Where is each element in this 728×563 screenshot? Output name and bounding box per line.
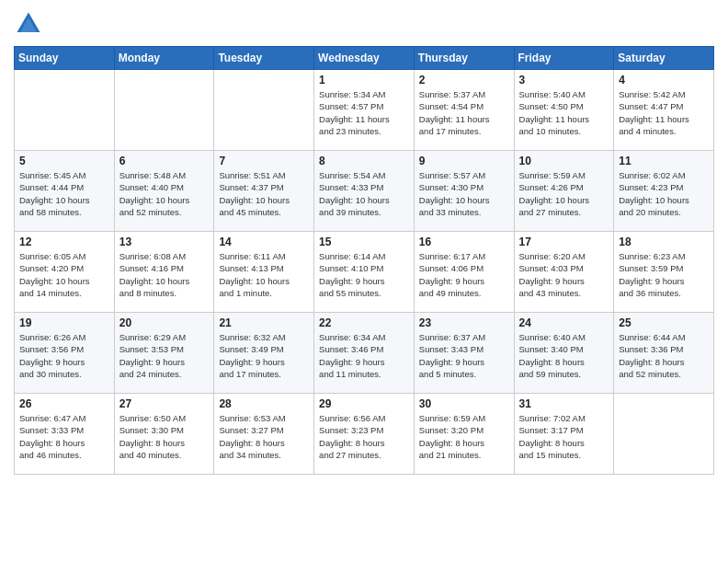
day-number: 23: [419, 316, 509, 329]
calendar-cell: 23Sunrise: 6:37 AM Sunset: 3:43 PM Dayli…: [414, 313, 514, 394]
day-info: Sunrise: 5:48 AM Sunset: 4:40 PM Dayligh…: [119, 169, 210, 218]
day-info: Sunrise: 7:02 AM Sunset: 3:17 PM Dayligh…: [519, 412, 609, 461]
calendar-cell: 1Sunrise: 5:34 AM Sunset: 4:57 PM Daylig…: [314, 70, 415, 151]
day-number: 27: [119, 397, 210, 410]
page: SundayMondayTuesdayWednesdayThursdayFrid…: [0, 0, 728, 563]
day-info: Sunrise: 5:59 AM Sunset: 4:26 PM Dayligh…: [519, 169, 609, 218]
day-number: 12: [19, 236, 109, 248]
day-info: Sunrise: 6:11 AM Sunset: 4:13 PM Dayligh…: [219, 250, 309, 299]
day-info: Sunrise: 5:57 AM Sunset: 4:30 PM Dayligh…: [419, 169, 509, 218]
day-number: 2: [419, 74, 509, 86]
day-info: Sunrise: 6:02 AM Sunset: 4:23 PM Dayligh…: [619, 169, 709, 218]
calendar-cell: 12Sunrise: 6:05 AM Sunset: 4:20 PM Dayli…: [15, 232, 115, 313]
day-number: 17: [519, 236, 609, 248]
calendar-cell: 31Sunrise: 7:02 AM Sunset: 3:17 PM Dayli…: [514, 394, 614, 475]
calendar-cell: 20Sunrise: 6:29 AM Sunset: 3:53 PM Dayli…: [114, 313, 214, 394]
logo: [14, 9, 47, 39]
calendar-cell: 24Sunrise: 6:40 AM Sunset: 3:40 PM Dayli…: [514, 313, 614, 394]
day-number: 3: [519, 74, 609, 86]
day-info: Sunrise: 6:56 AM Sunset: 3:23 PM Dayligh…: [319, 412, 409, 461]
day-info: Sunrise: 5:37 AM Sunset: 4:54 PM Dayligh…: [419, 88, 509, 137]
calendar-cell: 28Sunrise: 6:53 AM Sunset: 3:27 PM Dayli…: [214, 394, 314, 475]
day-info: Sunrise: 6:47 AM Sunset: 3:33 PM Dayligh…: [19, 412, 109, 461]
day-info: Sunrise: 6:50 AM Sunset: 3:30 PM Dayligh…: [119, 412, 210, 461]
day-number: 10: [519, 155, 609, 167]
calendar-week-row: 5Sunrise: 5:45 AM Sunset: 4:44 PM Daylig…: [15, 151, 714, 232]
day-number: 13: [119, 236, 210, 248]
day-info: Sunrise: 5:45 AM Sunset: 4:44 PM Dayligh…: [19, 169, 109, 218]
weekday-header-row: SundayMondayTuesdayWednesdayThursdayFrid…: [15, 47, 714, 70]
calendar-cell: 6Sunrise: 5:48 AM Sunset: 4:40 PM Daylig…: [114, 151, 214, 232]
day-info: Sunrise: 5:40 AM Sunset: 4:50 PM Dayligh…: [519, 88, 609, 137]
calendar-cell: 18Sunrise: 6:23 AM Sunset: 3:59 PM Dayli…: [614, 232, 714, 313]
weekday-header: Thursday: [414, 47, 514, 70]
calendar-cell: 15Sunrise: 6:14 AM Sunset: 4:10 PM Dayli…: [314, 232, 415, 313]
day-info: Sunrise: 6:34 AM Sunset: 3:46 PM Dayligh…: [319, 331, 409, 380]
day-number: 8: [319, 155, 409, 167]
weekday-header: Friday: [514, 47, 614, 70]
calendar-cell: 7Sunrise: 5:51 AM Sunset: 4:37 PM Daylig…: [214, 151, 314, 232]
day-number: 14: [219, 236, 309, 248]
calendar-cell: 13Sunrise: 6:08 AM Sunset: 4:16 PM Dayli…: [114, 232, 214, 313]
day-number: 7: [219, 155, 309, 167]
day-number: 19: [19, 316, 109, 329]
calendar-cell: 11Sunrise: 6:02 AM Sunset: 4:23 PM Dayli…: [614, 151, 714, 232]
day-number: 4: [619, 74, 709, 86]
day-info: Sunrise: 5:42 AM Sunset: 4:47 PM Dayligh…: [619, 88, 709, 137]
calendar-cell: 4Sunrise: 5:42 AM Sunset: 4:47 PM Daylig…: [614, 70, 714, 151]
day-number: 16: [419, 236, 509, 248]
day-number: 30: [419, 397, 509, 410]
day-info: Sunrise: 6:14 AM Sunset: 4:10 PM Dayligh…: [319, 250, 409, 299]
day-number: 21: [219, 316, 309, 329]
calendar-cell: [15, 70, 115, 151]
calendar-cell: 14Sunrise: 6:11 AM Sunset: 4:13 PM Dayli…: [214, 232, 314, 313]
day-number: 5: [19, 155, 109, 167]
day-info: Sunrise: 6:59 AM Sunset: 3:20 PM Dayligh…: [419, 412, 509, 461]
header: [14, 9, 714, 39]
day-info: Sunrise: 6:32 AM Sunset: 3:49 PM Dayligh…: [219, 331, 309, 380]
day-number: 6: [119, 155, 210, 167]
weekday-header: Tuesday: [214, 47, 314, 70]
day-info: Sunrise: 6:53 AM Sunset: 3:27 PM Dayligh…: [219, 412, 309, 461]
calendar-cell: 25Sunrise: 6:44 AM Sunset: 3:36 PM Dayli…: [614, 313, 714, 394]
day-info: Sunrise: 6:37 AM Sunset: 3:43 PM Dayligh…: [419, 331, 509, 380]
day-number: 18: [619, 236, 709, 248]
weekday-header: Monday: [114, 47, 214, 70]
calendar-cell: [114, 70, 214, 151]
calendar-cell: 8Sunrise: 5:54 AM Sunset: 4:33 PM Daylig…: [314, 151, 415, 232]
calendar-cell: 21Sunrise: 6:32 AM Sunset: 3:49 PM Dayli…: [214, 313, 314, 394]
calendar-week-row: 12Sunrise: 6:05 AM Sunset: 4:20 PM Dayli…: [15, 232, 714, 313]
day-info: Sunrise: 6:17 AM Sunset: 4:06 PM Dayligh…: [419, 250, 509, 299]
weekday-header: Wednesday: [314, 47, 415, 70]
day-info: Sunrise: 6:40 AM Sunset: 3:40 PM Dayligh…: [519, 331, 609, 380]
day-number: 22: [319, 316, 409, 329]
calendar-cell: 27Sunrise: 6:50 AM Sunset: 3:30 PM Dayli…: [114, 394, 214, 475]
day-number: 28: [219, 397, 309, 410]
day-number: 31: [519, 397, 609, 410]
calendar-cell: [214, 70, 314, 151]
day-number: 25: [619, 316, 709, 329]
calendar-cell: 26Sunrise: 6:47 AM Sunset: 3:33 PM Dayli…: [15, 394, 115, 475]
day-info: Sunrise: 6:44 AM Sunset: 3:36 PM Dayligh…: [619, 331, 709, 380]
calendar-cell: 17Sunrise: 6:20 AM Sunset: 4:03 PM Dayli…: [514, 232, 614, 313]
calendar-cell: 22Sunrise: 6:34 AM Sunset: 3:46 PM Dayli…: [314, 313, 415, 394]
calendar-cell: [614, 394, 714, 475]
calendar-week-row: 19Sunrise: 6:26 AM Sunset: 3:56 PM Dayli…: [15, 313, 714, 394]
day-number: 29: [319, 397, 409, 410]
day-number: 26: [19, 397, 109, 410]
day-number: 1: [319, 74, 409, 86]
calendar-cell: 2Sunrise: 5:37 AM Sunset: 4:54 PM Daylig…: [414, 70, 514, 151]
calendar-cell: 10Sunrise: 5:59 AM Sunset: 4:26 PM Dayli…: [514, 151, 614, 232]
weekday-header: Saturday: [614, 47, 714, 70]
calendar-cell: 9Sunrise: 5:57 AM Sunset: 4:30 PM Daylig…: [414, 151, 514, 232]
day-info: Sunrise: 6:29 AM Sunset: 3:53 PM Dayligh…: [119, 331, 210, 380]
day-info: Sunrise: 6:08 AM Sunset: 4:16 PM Dayligh…: [119, 250, 210, 299]
day-number: 11: [619, 155, 709, 167]
day-number: 20: [119, 316, 210, 329]
day-info: Sunrise: 6:20 AM Sunset: 4:03 PM Dayligh…: [519, 250, 609, 299]
weekday-header: Sunday: [15, 47, 115, 70]
calendar-cell: 29Sunrise: 6:56 AM Sunset: 3:23 PM Dayli…: [314, 394, 415, 475]
day-info: Sunrise: 5:54 AM Sunset: 4:33 PM Dayligh…: [319, 169, 409, 218]
calendar-cell: 5Sunrise: 5:45 AM Sunset: 4:44 PM Daylig…: [15, 151, 115, 232]
logo-icon: [14, 9, 43, 39]
